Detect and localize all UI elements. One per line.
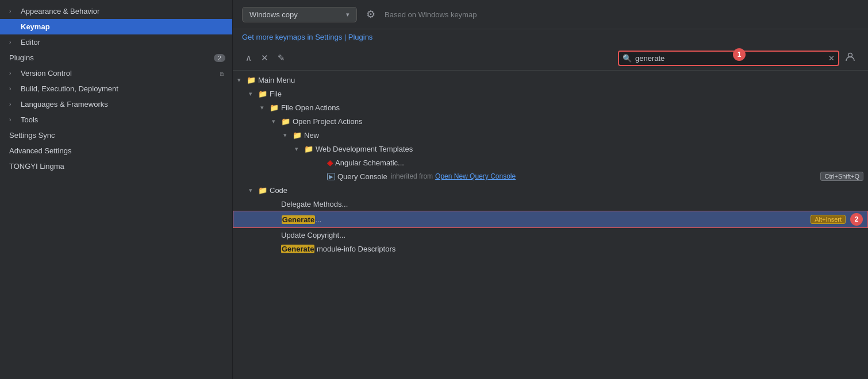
clear-search-button[interactable]: ✕ (828, 54, 835, 63)
folder-icon: 📁 (270, 103, 279, 112)
sidebar-item-appearance[interactable]: › Appearance & Behavior (0, 3, 232, 19)
tree-row[interactable]: ▾ Generate module-info Descriptors (233, 242, 868, 256)
move-up-button[interactable]: ∧ (242, 51, 255, 65)
sidebar-item-plugins[interactable]: Plugins 2 (0, 50, 232, 65)
tree-item-label: Web Development Templates (316, 145, 413, 153)
sidebar-item-editor[interactable]: › Editor (0, 34, 232, 50)
sidebar-item-label: Build, Execution, Deployment (21, 84, 118, 93)
sidebar-item-label: Languages & Frameworks (21, 100, 108, 109)
tree-item-label: Generate... (282, 215, 321, 224)
tree-row[interactable]: ▾ 📁 New (233, 128, 868, 142)
sidebar-item-label: TONGYI Lingma (9, 162, 64, 171)
plugins-badge: 2 (214, 54, 225, 62)
tree-row[interactable]: ▾ 📁 File (233, 87, 868, 100)
sidebar-item-version-control[interactable]: › Version Control 🗈 (0, 65, 232, 81)
sidebar-item-label: Tools (21, 115, 38, 124)
generate-highlight: Generate (282, 215, 315, 224)
chevron-icon: › (9, 101, 16, 108)
tree-item-label: New (304, 131, 319, 140)
keymap-topbar: Windows copy ▾ ⚙ Based on Windows keymap (233, 0, 868, 29)
shortcut-badge: Alt+Insert (811, 215, 846, 224)
sidebar-item-settings-sync[interactable]: Settings Sync (0, 127, 232, 143)
tree-item-label: Delegate Methods... (281, 200, 348, 208)
search-input[interactable] (618, 51, 839, 66)
keymap-tree[interactable]: ▾ 📁 Main Menu ▾ 📁 File ▾ 📁 File Open Act… (233, 71, 868, 379)
folder-icon: 📁 (281, 117, 290, 126)
search-wrapper: 🔍 ✕ (618, 51, 839, 66)
folder-icon: 📁 (247, 76, 256, 84)
tree-row[interactable]: ▾ Update Copyright... (233, 228, 868, 242)
tree-item-label: Angular Schematic... (335, 158, 404, 167)
sidebar-item-label: Keymap (21, 22, 50, 31)
based-on-label: Based on Windows keymap (385, 10, 477, 19)
generate-highlight: Generate (281, 245, 314, 253)
keymap-toolbar: ∧ ✕ ✎ 1 🔍 ✕ (233, 46, 868, 71)
angular-icon: ◈ (327, 158, 333, 167)
badge-1: 1 (733, 48, 746, 61)
shortcut-badge: Ctrl+Shift+Q (820, 172, 863, 181)
tree-row[interactable]: ▾ 📁 Open Project Actions (233, 114, 868, 128)
settings-sidebar: › Appearance & Behavior Keymap › Editor … (0, 0, 233, 379)
tree-item-label: Update Copyright... (281, 231, 345, 239)
keymap-dropdown[interactable]: Windows copy ▾ (242, 7, 357, 22)
expand-icon: ▾ (283, 132, 291, 139)
sidebar-item-tools[interactable]: › Tools (0, 112, 232, 127)
find-shortcut-button[interactable] (842, 49, 859, 67)
tree-item-label: Query Console (337, 172, 387, 181)
tree-row[interactable]: ▾ 📁 File Open Actions (233, 100, 868, 114)
expand-icon: ▾ (237, 76, 245, 84)
sidebar-item-label: Advanced Settings (9, 146, 71, 155)
tree-item-label: File Open Actions (281, 103, 340, 112)
sidebar-item-build[interactable]: › Build, Execution, Deployment (0, 81, 232, 96)
inherited-link[interactable]: Open New Query Console (435, 172, 516, 180)
gear-button[interactable]: ⚙ (364, 6, 378, 23)
expand-icon: ▾ (272, 118, 280, 125)
sidebar-item-label: Settings Sync (9, 131, 55, 140)
folder-icon: 📁 (304, 145, 313, 153)
sidebar-item-label: Appearance & Behavior (21, 7, 99, 16)
tree-row[interactable]: ▾ 📁 Web Development Templates (233, 142, 868, 156)
get-more-keymaps-link[interactable]: Get more keymaps in Settings | Plugins (242, 33, 372, 41)
keymap-value: Windows copy (249, 10, 298, 19)
expand-icon: ▾ (295, 145, 303, 153)
keymap-link-bar: Get more keymaps in Settings | Plugins (233, 29, 868, 46)
tree-item-label: Main Menu (258, 76, 295, 84)
expand-icon: ▾ (249, 187, 257, 194)
chevron-icon: › (9, 39, 16, 46)
tree-row[interactable]: ▾ 📁 Main Menu (233, 73, 868, 87)
remove-button[interactable]: ✕ (258, 51, 272, 65)
folder-icon: 📁 (293, 131, 302, 140)
sidebar-item-keymap[interactable]: Keymap (0, 19, 232, 34)
sidebar-item-advanced[interactable]: Advanced Settings (0, 143, 232, 158)
tree-row[interactable]: ▾ 📁 Code (233, 183, 868, 197)
chevron-icon: › (9, 8, 16, 15)
sidebar-item-label: Version Control (21, 69, 72, 78)
chevron-icon: › (9, 117, 16, 123)
tree-row-generate[interactable]: ▾ Generate... Alt+Insert 2 (233, 211, 868, 228)
tree-row[interactable]: ▾ ◈ Angular Schematic... (233, 156, 868, 169)
edit-button[interactable]: ✎ (274, 51, 289, 65)
generate-row-content: Generate... Alt+Insert 2 (282, 213, 863, 226)
tree-row[interactable]: ▾ Delegate Methods... (233, 197, 868, 211)
folder-icon: 📁 (258, 90, 267, 98)
sidebar-item-languages[interactable]: › Languages & Frameworks (0, 96, 232, 112)
chevron-down-icon: ▾ (346, 11, 349, 18)
tree-row[interactable]: ▾ ▶ Query Console inherited from Open Ne… (233, 169, 868, 183)
sidebar-item-label: Editor (21, 38, 40, 47)
tree-item-label: Code (270, 186, 287, 195)
tree-item-label: Open Project Actions (293, 117, 362, 126)
expand-icon: ▾ (249, 90, 257, 98)
tree-item-label: Generate module-info Descriptors (281, 245, 395, 253)
console-icon: ▶ (327, 173, 335, 180)
sidebar-item-tongyi[interactable]: TONGYI Lingma (0, 158, 232, 174)
tree-item-label: File (270, 90, 282, 98)
chevron-icon: › (9, 86, 16, 92)
expand-icon: ▾ (260, 104, 268, 111)
sidebar-item-label: Plugins (9, 53, 34, 62)
chevron-icon: › (9, 70, 16, 77)
inherited-text: inherited from (391, 172, 433, 180)
badge-2: 2 (850, 213, 863, 226)
pin-icon: 🗈 (219, 70, 225, 77)
folder-icon: 📁 (258, 186, 267, 195)
main-content: Windows copy ▾ ⚙ Based on Windows keymap… (233, 0, 868, 379)
